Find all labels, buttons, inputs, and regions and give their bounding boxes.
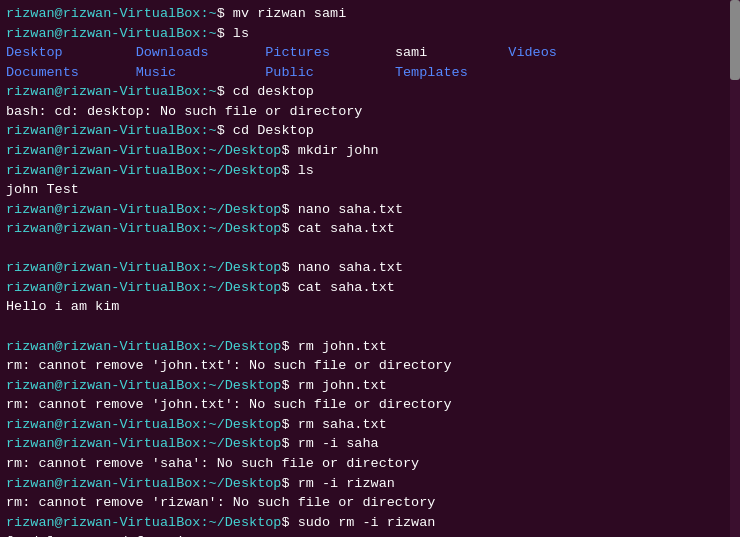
scrollbar[interactable] [730, 0, 740, 537]
terminal-line: rizwan@rizwan-VirtualBox:~/Desktop$ rm s… [6, 415, 734, 435]
terminal-line: rizwan@rizwan-VirtualBox:~/Desktop$ rm -… [6, 474, 734, 494]
terminal-line: rizwan@rizwan-VirtualBox:~/Desktop$ ls [6, 161, 734, 181]
terminal-line: rizwan@rizwan-VirtualBox:~/Desktop$ cat … [6, 219, 734, 239]
terminal-line: rm: cannot remove 'john.txt': No such fi… [6, 395, 734, 415]
terminal-line: rizwan@rizwan-VirtualBox:~/Desktop$ sudo… [6, 513, 734, 533]
terminal-line: [sudo] password for rizwan: [6, 532, 734, 537]
terminal-line: rizwan@rizwan-VirtualBox:~$ cd Desktop [6, 121, 734, 141]
terminal-line: Documents Music Public Templates [6, 63, 734, 83]
terminal-line: bash: cd: desktop: No such file or direc… [6, 102, 734, 122]
terminal-line: rm: cannot remove 'john.txt': No such fi… [6, 356, 734, 376]
terminal-line [6, 239, 734, 259]
terminal-line: rizwan@rizwan-VirtualBox:~/Desktop$ rm -… [6, 434, 734, 454]
terminal-line: rizwan@rizwan-VirtualBox:~/Desktop$ cat … [6, 278, 734, 298]
terminal-line: rizwan@rizwan-VirtualBox:~$ ls [6, 24, 734, 44]
terminal-line: rizwan@rizwan-VirtualBox:~$ cd desktop [6, 82, 734, 102]
terminal-line: rm: cannot remove 'saha': No such file o… [6, 454, 734, 474]
terminal-line: rizwan@rizwan-VirtualBox:~/Desktop$ nano… [6, 258, 734, 278]
scrollbar-thumb[interactable] [730, 0, 740, 80]
terminal[interactable]: rizwan@rizwan-VirtualBox:~$ mv rizwan sa… [0, 0, 740, 537]
terminal-line: rizwan@rizwan-VirtualBox:~/Desktop$ nano… [6, 200, 734, 220]
terminal-line: rizwan@rizwan-VirtualBox:~/Desktop$ mkdi… [6, 141, 734, 161]
terminal-line: rizwan@rizwan-VirtualBox:~$ mv rizwan sa… [6, 4, 734, 24]
terminal-line: rizwan@rizwan-VirtualBox:~/Desktop$ rm j… [6, 376, 734, 396]
terminal-line: john Test [6, 180, 734, 200]
terminal-line: rm: cannot remove 'rizwan': No such file… [6, 493, 734, 513]
terminal-line: Desktop Downloads Pictures sami Videos [6, 43, 734, 63]
terminal-line [6, 317, 734, 337]
terminal-line: Hello i am kim [6, 297, 734, 317]
terminal-line: rizwan@rizwan-VirtualBox:~/Desktop$ rm j… [6, 337, 734, 357]
